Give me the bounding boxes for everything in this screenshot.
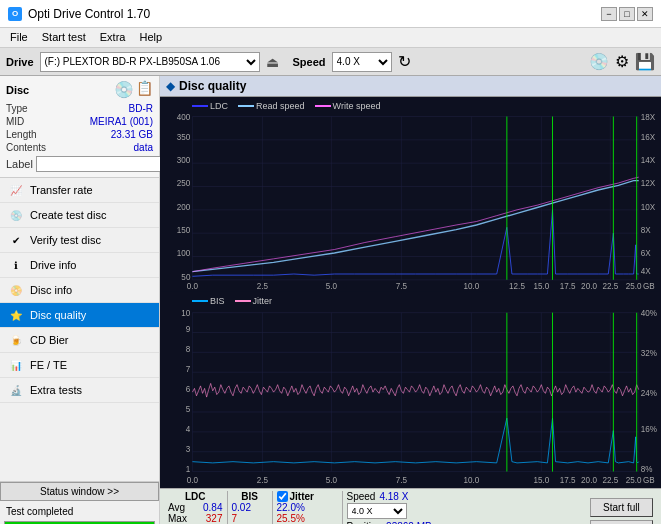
- svg-text:14X: 14X: [641, 155, 656, 166]
- svg-text:0.0: 0.0: [187, 474, 198, 485]
- bottom-chart: BIS Jitter: [162, 294, 659, 487]
- svg-text:4: 4: [186, 423, 191, 434]
- speed-position-column: Speed 4.18 X 4.0 X Position 23862 MB Sam…: [342, 491, 436, 524]
- nav-drive-info[interactable]: ℹ Drive info: [0, 253, 159, 278]
- nav-label-verify-test: Verify test disc: [30, 234, 101, 246]
- menubar: File Start test Extra Help: [0, 28, 661, 48]
- svg-text:8X: 8X: [641, 225, 651, 236]
- svg-text:7.5: 7.5: [396, 474, 407, 485]
- svg-text:GB: GB: [643, 281, 655, 292]
- label-input[interactable]: [36, 156, 169, 172]
- start-part-button[interactable]: Start part: [590, 520, 653, 524]
- nav-label-drive-info: Drive info: [30, 259, 76, 271]
- speed-select-stats[interactable]: 4.0 X: [347, 503, 407, 519]
- nav-extra-tests[interactable]: 🔬 Extra tests: [0, 378, 159, 403]
- disc-copy-icon[interactable]: 📋: [136, 80, 153, 99]
- disc-icon-btn[interactable]: 💿: [589, 52, 609, 71]
- svg-text:10: 10: [181, 307, 190, 318]
- svg-text:15.0: 15.0: [533, 281, 549, 292]
- jitter-column: Jitter 22.0% 25.5%: [272, 491, 342, 524]
- ldc-color: [192, 105, 208, 107]
- menu-extra[interactable]: Extra: [94, 30, 132, 45]
- svg-text:10.0: 10.0: [463, 474, 479, 485]
- save-icon[interactable]: 💾: [635, 52, 655, 71]
- svg-text:9: 9: [186, 323, 191, 334]
- ldc-column: LDC Avg 0.84 Max 327 Total 319519: [164, 491, 227, 524]
- svg-text:6X: 6X: [641, 248, 651, 259]
- svg-text:0.0: 0.0: [187, 281, 198, 292]
- bis-column-header: BIS: [232, 491, 268, 502]
- disc-type-row: Type BD-R: [6, 103, 153, 114]
- avg-label: Avg: [168, 502, 185, 513]
- menu-start-test[interactable]: Start test: [36, 30, 92, 45]
- eject-icon[interactable]: ⏏: [266, 54, 279, 70]
- nav-disc-quality[interactable]: ⭐ Disc quality: [0, 303, 159, 328]
- maximize-button[interactable]: □: [619, 7, 635, 21]
- settings-icon[interactable]: ⚙: [615, 52, 629, 71]
- bis-avg-val: 0.02: [232, 502, 251, 513]
- jitter-checkbox[interactable]: [277, 491, 288, 502]
- disc-length-row: Length 23.31 GB: [6, 129, 153, 140]
- bis-legend: BIS: [192, 296, 225, 306]
- nav-transfer-rate[interactable]: 📈 Transfer rate: [0, 178, 159, 203]
- max-label: Max: [168, 513, 187, 524]
- svg-text:5.0: 5.0: [326, 281, 337, 292]
- svg-text:8%: 8%: [641, 462, 653, 473]
- bottom-legend: BIS Jitter: [192, 296, 272, 306]
- svg-text:350: 350: [177, 131, 191, 142]
- drive-select[interactable]: (F:) PLEXTOR BD-R PX-LB950SA 1.06: [40, 52, 260, 72]
- svg-text:300: 300: [177, 155, 191, 166]
- start-buttons: Start full Start part: [586, 491, 657, 524]
- svg-text:40%: 40%: [641, 307, 657, 318]
- ldc-legend: LDC: [192, 101, 228, 111]
- svg-text:400: 400: [177, 111, 191, 122]
- nav-cd-bier[interactable]: 🍺 CD Bier: [0, 328, 159, 353]
- nav-fe-te[interactable]: 📊 FE / TE: [0, 353, 159, 378]
- drive-label: Drive: [6, 56, 34, 68]
- close-button[interactable]: ✕: [637, 7, 653, 21]
- status-window-btn[interactable]: Status window >>: [0, 482, 159, 501]
- svg-text:25.0: 25.0: [626, 474, 642, 485]
- svg-text:20.0: 20.0: [581, 281, 597, 292]
- length-label: Length: [6, 129, 37, 140]
- speed-select-drive[interactable]: 4.0 X: [332, 52, 392, 72]
- jitter-label: Jitter: [290, 491, 314, 502]
- nav-verify-test-disc[interactable]: ✔ Verify test disc: [0, 228, 159, 253]
- drive-info-icon: ℹ: [8, 257, 24, 273]
- svg-text:3: 3: [186, 442, 191, 453]
- jitter-max-val: 25.5%: [277, 513, 338, 524]
- disc-info-icon: 📀: [8, 282, 24, 298]
- extra-tests-icon: 🔬: [8, 382, 24, 398]
- length-value: 23.31 GB: [111, 129, 153, 140]
- ldc-max-val: 327: [206, 513, 223, 524]
- titlebar-controls[interactable]: − □ ✕: [601, 7, 653, 21]
- svg-text:10X: 10X: [641, 201, 656, 212]
- mid-value: MEIRA1 (001): [90, 116, 153, 127]
- speed-label: Speed: [347, 491, 376, 502]
- titlebar-title: Opti Drive Control 1.70: [28, 7, 150, 21]
- start-full-button[interactable]: Start full: [590, 498, 653, 517]
- menu-file[interactable]: File: [4, 30, 34, 45]
- svg-text:GB: GB: [643, 474, 655, 485]
- svg-text:150: 150: [177, 225, 191, 236]
- bis-color: [192, 300, 208, 302]
- svg-rect-0: [162, 99, 659, 292]
- bis-column: BIS 0.02 7 6196: [227, 491, 272, 524]
- svg-text:100: 100: [177, 248, 191, 259]
- disc-eject-icon[interactable]: 💿: [114, 80, 134, 99]
- svg-text:200: 200: [177, 201, 191, 212]
- drive-bar: Drive (F:) PLEXTOR BD-R PX-LB950SA 1.06 …: [0, 48, 661, 76]
- main-area: Disc 💿 📋 Type BD-R MID MEIRA1 (001) Leng…: [0, 76, 661, 524]
- minimize-button[interactable]: −: [601, 7, 617, 21]
- refresh-icon[interactable]: ↻: [398, 52, 411, 71]
- disc-contents-row: Contents data: [6, 142, 153, 153]
- create-test-icon: 💿: [8, 207, 24, 223]
- menu-help[interactable]: Help: [133, 30, 168, 45]
- app-icon: O: [8, 7, 22, 21]
- svg-text:12X: 12X: [641, 178, 656, 189]
- nav-disc-info[interactable]: 📀 Disc info: [0, 278, 159, 303]
- left-panel: Disc 💿 📋 Type BD-R MID MEIRA1 (001) Leng…: [0, 76, 160, 524]
- nav-create-test-disc[interactable]: 💿 Create test disc: [0, 203, 159, 228]
- disc-header: Disc 💿 📋: [6, 80, 153, 99]
- svg-text:17.5: 17.5: [560, 474, 576, 485]
